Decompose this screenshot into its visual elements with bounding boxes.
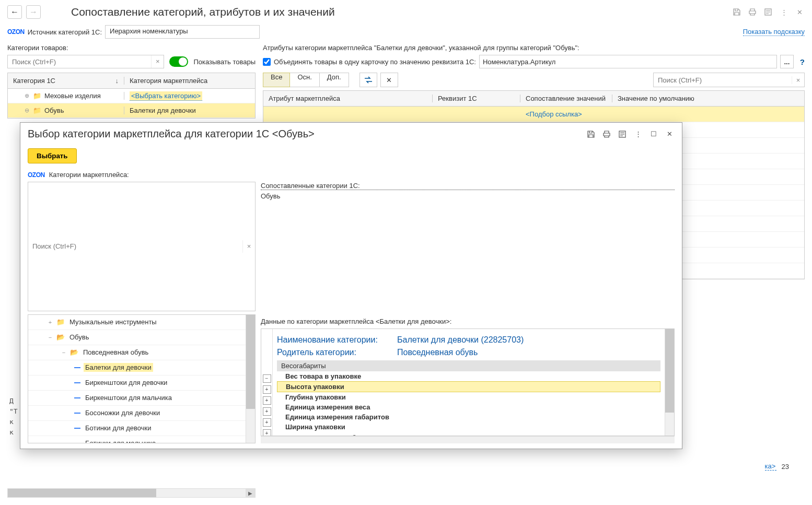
obscured-link[interactable]: ка> — [765, 462, 776, 471]
group-item[interactable]: Единица измерения габаритов — [277, 412, 660, 422]
modal-close-icon[interactable]: ✕ — [664, 129, 675, 139]
category-search-input[interactable] — [8, 58, 151, 66]
choose-category-link[interactable]: <Выбрать категорию> — [130, 91, 202, 101]
show-products-toggle[interactable] — [169, 56, 188, 67]
cat-parent-value: Повседневная обувь — [397, 348, 478, 357]
attr-col-default[interactable]: Значение по умолчанию — [612, 95, 804, 102]
attr-col-map[interactable]: Сопоставление значений — [520, 95, 612, 102]
cat-col-mp[interactable]: Категория маркетплейса — [124, 77, 255, 85]
group-item[interactable]: Глубина упаковки — [277, 392, 660, 402]
remove-icon-button[interactable]: ✕ — [380, 73, 398, 87]
group-header[interactable]: Весогабариты — [277, 360, 660, 371]
tree-item-label: Босоножки для девочки — [84, 408, 161, 417]
source-label: Источник категорий 1С: — [28, 28, 102, 36]
source-input[interactable]: Иерархия номенклатуры — [105, 25, 260, 39]
close-icon[interactable]: ✕ — [794, 7, 805, 17]
expand-icon[interactable]: ⊕ — [24, 92, 30, 99]
modal-more-icon[interactable]: ⋮ — [633, 129, 643, 139]
modal-search-input[interactable] — [28, 242, 242, 250]
attrs-label: Атрибуты категории маркетплейса "Балетки… — [263, 44, 805, 52]
categories-label: Категории товаров: — [7, 44, 256, 52]
tree-item-label: Обувь — [68, 333, 90, 342]
group-item[interactable]: Ширина упаковки — [277, 422, 660, 432]
collapse-icon[interactable]: − — [61, 349, 67, 356]
cat-col-1c[interactable]: Категория 1С ↓ — [8, 77, 124, 85]
tree-leaf[interactable]: Ботинки для мальчика — [28, 436, 246, 443]
data-label: Данные по категории маркетплейса <Балетк… — [261, 318, 675, 325]
folder-icon: 📁 — [33, 107, 41, 114]
tree-item-label: Повседневная обувь — [82, 348, 150, 357]
print-icon[interactable] — [747, 7, 758, 17]
count-23: 23 — [782, 463, 789, 471]
folder-icon: 📁 — [33, 92, 41, 100]
hscrollbar[interactable]: ▶ — [7, 488, 256, 498]
tree-item-label: Ботинки для мальчика — [84, 439, 157, 443]
hint-link[interactable]: Показать подсказку — [743, 28, 805, 36]
cat-row-selected[interactable]: ⊖ 📁 Обувь Балетки для девочки — [8, 103, 255, 118]
gutter-expand-icon[interactable]: + — [263, 396, 271, 405]
mp-cats-label: Категории маркетплейса: — [49, 171, 129, 179]
leaf-icon — [74, 367, 80, 368]
tree-leaf[interactable]: Ботинки для девочки — [28, 421, 246, 436]
modal-report-icon[interactable] — [617, 129, 628, 139]
group-item[interactable]: Вес товара в упаковке — [277, 371, 660, 381]
tree-leaf[interactable]: Биркенштоки для девочки — [28, 375, 246, 391]
attr-col-1c[interactable]: Реквизит 1С — [433, 95, 520, 102]
tree-folder[interactable]: −📂Обувь — [28, 330, 246, 345]
cat-row[interactable]: ⊕ 📁 Меховые изделия <Выбрать категорию> — [8, 89, 255, 103]
linked-cats-value: Обувь — [261, 192, 675, 200]
tree-leaf[interactable]: Босоножки для девочки — [28, 406, 246, 421]
attr-col-mp[interactable]: Атрибут маркетплейса — [263, 95, 433, 102]
merge-checkbox[interactable] — [263, 58, 271, 66]
nav-back-button[interactable]: ← — [7, 5, 22, 19]
collapse-icon[interactable]: ⊖ — [24, 107, 30, 114]
nav-forward-button[interactable]: → — [26, 5, 41, 19]
collapse-icon[interactable]: − — [47, 334, 53, 340]
leaf-icon — [74, 443, 80, 443]
linked-cats-label: Сопоставленные категории 1С: — [261, 182, 675, 190]
merge-lookup-button[interactable]: ... — [780, 55, 794, 68]
select-button[interactable]: Выбрать — [28, 148, 77, 163]
gutter-expand-icon[interactable]: + — [263, 407, 271, 416]
seg-main-button[interactable]: Осн. — [290, 73, 319, 87]
tree-leaf[interactable]: Балетки для девочки — [28, 360, 246, 375]
ozon-logo: OZON — [7, 28, 25, 36]
expand-icon[interactable]: + — [47, 319, 53, 325]
tree-folder[interactable]: −📂Повседневная обувь — [28, 345, 246, 360]
attr-row[interactable]: <Подбор ссылка> — [263, 107, 804, 122]
detail-vscrollbar[interactable] — [665, 329, 674, 436]
more-icon[interactable]: ⋮ — [779, 7, 789, 17]
gutter-expand-icon[interactable]: + — [263, 418, 271, 427]
tree-folder[interactable]: +📁Музыкальные инструменты — [28, 315, 246, 330]
cat-name-label: Наименование категории: — [277, 335, 393, 345]
group-item[interactable]: Единица измерения веса — [277, 402, 660, 412]
save-icon[interactable] — [732, 7, 742, 17]
gutter-expand-icon[interactable]: + — [263, 385, 271, 394]
clear-search-icon[interactable]: × — [151, 55, 164, 68]
modal-maximize-icon[interactable]: ☐ — [648, 129, 659, 139]
folder-icon: 📁 — [56, 318, 65, 326]
merge-input[interactable]: Номенклатура.Артикул — [479, 55, 777, 68]
leaf-icon — [74, 382, 80, 383]
modal-print-icon[interactable] — [601, 129, 612, 139]
folder-open-icon: 📂 — [56, 333, 65, 341]
modal-save-icon[interactable] — [586, 129, 596, 139]
show-products-label: Показывать товары — [193, 58, 256, 66]
report-icon[interactable] — [763, 7, 773, 17]
gutter-collapse-icon[interactable]: − — [263, 374, 271, 383]
ozon-logo: OZON — [28, 171, 45, 179]
seg-all-button[interactable]: Все — [263, 73, 290, 87]
tree-leaf[interactable]: Биркенштоки для мальчика — [28, 391, 246, 406]
tree-vscrollbar[interactable] — [246, 315, 255, 443]
gutter-expand-icon[interactable]: + — [263, 429, 271, 437]
leaf-icon — [74, 413, 80, 414]
clear-search-icon[interactable]: × — [792, 76, 804, 84]
attr-search-input[interactable] — [654, 76, 792, 84]
help-icon[interactable]: ? — [800, 57, 805, 66]
group-item[interactable]: Высота упаковки — [277, 381, 660, 392]
transfer-icon-button[interactable] — [359, 73, 377, 87]
brand-title[interactable]: Бренд в одежде и обуви — [277, 433, 660, 436]
seg-add-button[interactable]: Доп. — [320, 73, 349, 87]
detail-hscrollbar[interactable] — [261, 436, 675, 443]
clear-search-icon[interactable]: × — [242, 240, 255, 253]
